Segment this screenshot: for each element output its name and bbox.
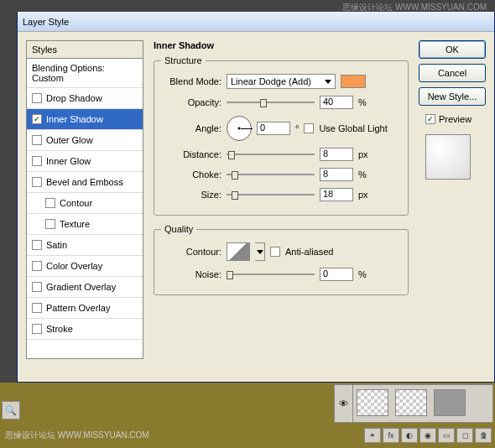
options-panel: Inner Shadow Structure Blend Mode: Linea… bbox=[154, 40, 409, 373]
contour-dropdown[interactable] bbox=[255, 242, 265, 261]
color-swatch[interactable] bbox=[341, 75, 366, 88]
layer-thumbnail[interactable] bbox=[434, 389, 466, 416]
quality-fieldset: Quality Contour: Anti-aliased Noise: 0 % bbox=[154, 224, 409, 295]
structure-fieldset: Structure Blend Mode: Linear Dodge (Add)… bbox=[154, 55, 409, 216]
style-label: Outer Glow bbox=[46, 135, 93, 145]
contour-picker[interactable] bbox=[227, 242, 250, 261]
trash-icon[interactable]: 🗑 bbox=[475, 428, 492, 443]
checkbox[interactable] bbox=[45, 219, 55, 229]
distance-unit: px bbox=[358, 149, 368, 159]
distance-slider[interactable] bbox=[227, 154, 315, 155]
contour-label: Contour: bbox=[161, 247, 221, 257]
global-light-label: Use Global Light bbox=[319, 123, 387, 133]
visibility-icon[interactable]: 👁 bbox=[335, 385, 353, 422]
checkbox[interactable] bbox=[32, 282, 42, 292]
style-gradient-overlay[interactable]: Gradient Overlay bbox=[27, 277, 143, 298]
checkbox[interactable] bbox=[32, 177, 42, 187]
checkbox[interactable] bbox=[32, 261, 42, 271]
layer-style-dialog: Layer Style Styles Blending Options: Cus… bbox=[17, 12, 495, 383]
style-drop-shadow[interactable]: Drop Shadow bbox=[27, 88, 143, 109]
checkbox[interactable] bbox=[45, 198, 55, 208]
style-texture[interactable]: Texture bbox=[27, 214, 143, 235]
opacity-input[interactable]: 40 bbox=[320, 96, 353, 109]
style-outer-glow[interactable]: Outer Glow bbox=[27, 130, 143, 151]
mask-icon[interactable]: ◐ bbox=[401, 428, 418, 443]
panel-title: Inner Shadow bbox=[154, 40, 409, 50]
angle-input[interactable]: 0 bbox=[257, 122, 290, 135]
styles-header[interactable]: Styles bbox=[27, 41, 143, 59]
distance-input[interactable]: 8 bbox=[320, 148, 353, 161]
style-inner-glow[interactable]: Inner Glow bbox=[27, 151, 143, 172]
style-inner-shadow[interactable]: Inner Shadow bbox=[27, 109, 143, 130]
angle-unit: ° bbox=[295, 123, 299, 133]
structure-legend: Structure bbox=[161, 55, 206, 65]
checkbox[interactable] bbox=[32, 93, 42, 103]
dialog-titlebar[interactable]: Layer Style bbox=[18, 12, 494, 32]
cancel-button[interactable]: Cancel bbox=[419, 64, 486, 82]
noise-unit: % bbox=[358, 269, 367, 279]
ok-button[interactable]: OK bbox=[419, 40, 486, 59]
style-label: Bevel and Emboss bbox=[46, 177, 123, 187]
zoom-tool-icon[interactable]: 🔍 bbox=[2, 401, 20, 419]
size-slider[interactable] bbox=[227, 194, 315, 195]
size-input[interactable]: 18 bbox=[320, 188, 353, 201]
style-bevel-emboss[interactable]: Bevel and Emboss bbox=[27, 172, 143, 193]
styles-panel: Styles Blending Options: Custom Drop Sha… bbox=[26, 40, 143, 373]
link-icon[interactable]: ⚭ bbox=[364, 428, 381, 443]
choke-unit: % bbox=[358, 169, 367, 180]
adjustment-icon[interactable]: ◉ bbox=[419, 428, 436, 443]
checkbox[interactable] bbox=[32, 156, 42, 166]
new-style-button[interactable]: New Style... bbox=[419, 87, 486, 106]
layer-thumbnail[interactable] bbox=[395, 389, 427, 416]
style-label: Satin bbox=[46, 240, 67, 250]
angle-label: Angle: bbox=[161, 123, 221, 133]
preview-thumbnail bbox=[425, 134, 471, 180]
watermark-bottom: 思缘设计论坛 WWW.MISSYUAN.COM bbox=[5, 430, 149, 441]
global-light-checkbox[interactable] bbox=[304, 123, 314, 133]
preview-checkbox[interactable] bbox=[425, 114, 435, 124]
blend-mode-value: Linear Dodge (Add) bbox=[231, 76, 311, 86]
style-satin[interactable]: Satin bbox=[27, 235, 143, 256]
new-layer-icon[interactable]: ◻ bbox=[456, 428, 473, 443]
fx-icon[interactable]: fx bbox=[383, 428, 399, 443]
layer-thumbnail[interactable] bbox=[357, 389, 388, 416]
noise-label: Noise: bbox=[161, 269, 221, 279]
style-label: Gradient Overlay bbox=[46, 282, 116, 292]
quality-legend: Quality bbox=[161, 224, 196, 234]
noise-slider[interactable] bbox=[227, 273, 315, 275]
folder-icon[interactable]: ▭ bbox=[438, 428, 455, 443]
blend-mode-label: Blend Mode: bbox=[161, 76, 221, 86]
opacity-slider[interactable] bbox=[227, 102, 315, 103]
style-pattern-overlay[interactable]: Pattern Overlay bbox=[27, 298, 143, 319]
choke-slider[interactable] bbox=[227, 174, 315, 175]
choke-input[interactable]: 8 bbox=[320, 168, 353, 181]
checkbox[interactable] bbox=[32, 303, 42, 313]
opacity-unit: % bbox=[358, 97, 367, 107]
chevron-down-icon bbox=[257, 250, 263, 254]
blending-options[interactable]: Blending Options: Custom bbox=[27, 59, 143, 88]
style-color-overlay[interactable]: Color Overlay bbox=[27, 256, 143, 277]
style-label: Color Overlay bbox=[46, 261, 102, 271]
checkbox[interactable] bbox=[32, 240, 42, 250]
style-label: Texture bbox=[60, 219, 90, 229]
opacity-label: Opacity: bbox=[161, 97, 221, 107]
dialog-title: Layer Style bbox=[23, 17, 69, 27]
antialiased-label: Anti-aliased bbox=[285, 247, 333, 257]
noise-input[interactable]: 0 bbox=[320, 268, 353, 281]
style-stroke[interactable]: Stroke bbox=[27, 319, 143, 340]
watermark-top: 思缘设计论坛 WWW.MISSYUAN.COM bbox=[342, 2, 487, 13]
checkbox[interactable] bbox=[32, 324, 42, 334]
angle-dial[interactable] bbox=[227, 116, 252, 141]
size-unit: px bbox=[358, 190, 368, 200]
style-label: Inner Glow bbox=[46, 156, 91, 166]
antialiased-checkbox[interactable] bbox=[270, 247, 280, 257]
style-contour[interactable]: Contour bbox=[27, 193, 143, 214]
checkbox[interactable] bbox=[32, 114, 42, 124]
chevron-down-icon bbox=[325, 80, 331, 84]
preview-label: Preview bbox=[439, 114, 472, 124]
checkbox[interactable] bbox=[32, 135, 42, 145]
layers-panel[interactable]: 👁 bbox=[334, 384, 493, 423]
style-label: Drop Shadow bbox=[46, 93, 102, 103]
distance-label: Distance: bbox=[161, 149, 221, 159]
blend-mode-select[interactable]: Linear Dodge (Add) bbox=[227, 74, 336, 89]
